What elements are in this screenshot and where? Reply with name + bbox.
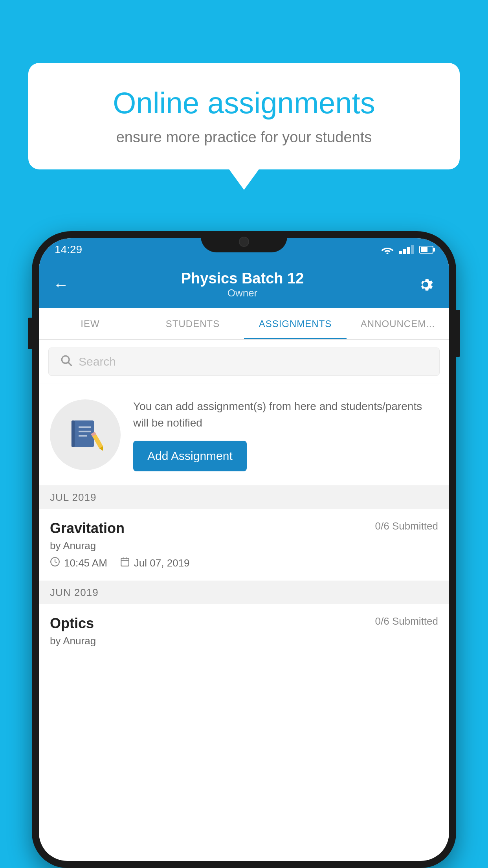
promo-content: You can add assignment(s) from here and …: [133, 398, 438, 471]
phone-inner: 14:29: [39, 238, 449, 861]
meta-date-gravitation: Jul 07, 2019: [120, 557, 190, 570]
phone-frame: 14:29: [32, 231, 456, 868]
assignment-name-optics: Optics: [50, 615, 94, 632]
search-bar[interactable]: Search: [48, 348, 440, 376]
phone-notch: [201, 231, 287, 252]
assignment-date-gravitation: Jul 07, 2019: [134, 557, 190, 569]
assignment-row1: Gravitation 0/6 Submitted: [50, 520, 438, 537]
search-placeholder: Search: [79, 355, 116, 368]
clock-icon: [50, 557, 60, 570]
tabs-container: IEW STUDENTS ASSIGNMENTS ANNOUNCEM...: [39, 308, 449, 340]
promo-text: You can add assignment(s) from here and …: [133, 398, 438, 431]
assignment-by-optics: by Anurag: [50, 635, 438, 647]
phone-side-button-right: [456, 310, 460, 357]
assignment-time-gravitation: 10:45 AM: [64, 557, 107, 569]
assignment-item-gravitation[interactable]: Gravitation 0/6 Submitted by Anurag 10:4…: [39, 509, 449, 581]
svg-rect-4: [72, 420, 75, 447]
tab-iew[interactable]: IEW: [39, 308, 141, 339]
phone-outer: 14:29: [32, 231, 456, 868]
wifi-icon: [381, 245, 394, 254]
app-title: Physics Batch 12: [181, 270, 304, 287]
status-icons: [381, 245, 433, 254]
phone-side-button-left: [28, 318, 32, 349]
phone-camera: [239, 237, 249, 247]
section-header-jul: JUL 2019: [39, 486, 449, 509]
svg-rect-12: [121, 558, 129, 566]
tab-students[interactable]: STUDENTS: [141, 308, 244, 339]
promo-area: You can add assignment(s) from here and …: [39, 384, 449, 486]
app-subtitle: Owner: [181, 287, 304, 299]
gear-icon[interactable]: [416, 275, 435, 294]
assignment-submitted-gravitation: 0/6 Submitted: [375, 520, 438, 532]
app-header-center: Physics Batch 12 Owner: [181, 270, 304, 299]
notebook-icon: [68, 417, 103, 452]
svg-line-2: [68, 362, 71, 365]
assignment-submitted-optics: 0/6 Submitted: [375, 615, 438, 627]
search-bar-container: Search: [39, 340, 449, 384]
back-button[interactable]: ←: [53, 276, 69, 294]
assignment-item-optics[interactable]: Optics 0/6 Submitted by Anurag: [39, 604, 449, 663]
section-header-jun: JUN 2019: [39, 581, 449, 604]
promo-icon-circle: [50, 399, 121, 470]
battery-fill: [421, 247, 427, 252]
assignment-meta-gravitation: 10:45 AM Jul 07, 2019: [50, 557, 438, 570]
meta-time-gravitation: 10:45 AM: [50, 557, 107, 570]
svg-rect-3: [73, 420, 94, 447]
signal-icon: [399, 245, 414, 254]
search-icon: [60, 354, 72, 370]
battery-icon: [419, 246, 433, 254]
calendar-icon: [120, 557, 130, 570]
speech-bubble-subtitle: ensure more practice for your students: [52, 129, 436, 146]
speech-bubble-container: Online assignments ensure more practice …: [28, 63, 460, 169]
svg-point-0: [387, 253, 389, 254]
app-header: ← Physics Batch 12 Owner: [39, 261, 449, 308]
tab-announcements[interactable]: ANNOUNCEM...: [347, 308, 449, 339]
assignment-by-gravitation: by Anurag: [50, 540, 438, 552]
assignment-name-gravitation: Gravitation: [50, 520, 125, 537]
speech-bubble: Online assignments ensure more practice …: [28, 63, 460, 169]
speech-bubble-title: Online assignments: [52, 86, 436, 120]
status-time: 14:29: [55, 243, 82, 256]
add-assignment-button[interactable]: Add Assignment: [133, 441, 247, 471]
assignment-row1-optics: Optics 0/6 Submitted: [50, 615, 438, 632]
tab-assignments[interactable]: ASSIGNMENTS: [244, 308, 347, 339]
